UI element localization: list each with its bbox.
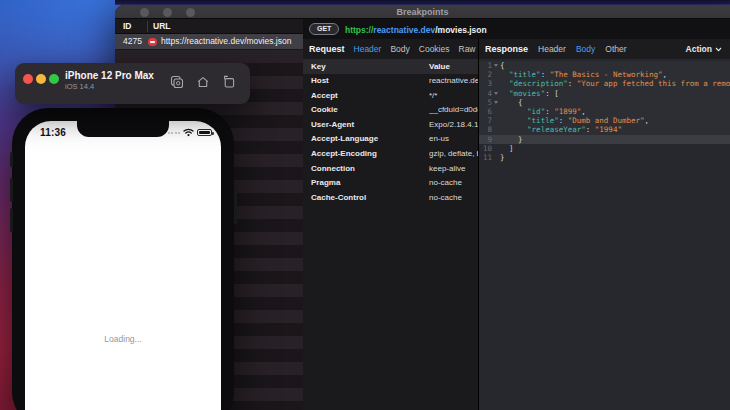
header-value: no-cache [429,176,478,191]
header-value: reactnative.dev [429,74,478,89]
iphone-frame: 11:36 Loading... [12,108,234,410]
line-number: 8 [479,125,492,134]
chevron-down-icon [715,47,722,52]
column-header-url[interactable]: URL [153,19,170,34]
request-list-row-selected[interactable]: 4275 https://reactnative.dev/movies.json [115,34,303,49]
power-button [234,188,237,224]
code-line[interactable]: 4 "movies": [ [479,89,730,98]
header-row[interactable]: Pragmano-cache [303,176,478,191]
header-key: Accept [311,89,338,104]
response-panel-title: Response [485,44,528,54]
zoom-button[interactable] [49,74,59,84]
iphone-screen[interactable]: 11:36 Loading... [25,121,221,410]
header-row[interactable]: Cache-Controlno-cache [303,191,478,206]
response-body-editor[interactable]: 1{2 "title": "The Basics - Networking",3… [479,59,730,410]
code-line[interactable]: 11} [479,153,730,162]
request-url: https://reactnative.dev/movies.json [161,34,291,49]
line-number: 9 [479,135,492,144]
request-tab-cookies[interactable]: Cookies [419,44,450,54]
header-value: keep-alive [429,162,478,177]
code-text: ] [500,144,514,153]
header-key: Cache-Control [311,191,366,206]
cellular-signal-icon [168,132,181,134]
fold-arrow-icon [492,135,500,144]
url-scheme: https:// [345,25,373,35]
close-button[interactable] [140,8,149,17]
screenshot-icon[interactable] [170,75,184,89]
fold-arrow-icon[interactable] [492,89,500,98]
fold-arrow-icon [492,153,500,162]
breakpoint-error-icon [148,38,157,47]
header-key: Host [311,74,329,89]
code-line[interactable]: 10 ] [479,144,730,153]
line-number: 7 [479,116,492,125]
fold-arrow-icon[interactable] [492,61,500,70]
request-panel-title: Request [309,44,345,54]
request-headers-rows: Hostreactnative.devAccept*/*Cookie__cfdu… [303,74,478,205]
header-row[interactable]: Accept*/* [303,89,478,104]
simulator-os-version: iOS 14.4 [65,82,154,91]
request-id: 4275 [123,34,142,49]
code-line[interactable]: 6 "id": "1899", [479,107,730,116]
line-number: 5 [479,98,492,107]
zoom-button[interactable] [186,8,195,17]
response-tab-body[interactable]: Body [576,44,595,54]
request-panel: Request HeaderBodyCookiesRaw+ Key Value … [303,39,478,410]
header-row[interactable]: Accept-Languageen-us [303,132,478,147]
line-number: 3 [479,79,492,88]
header-row[interactable]: Accept-Encodinggzip, deflate, b [303,147,478,162]
request-tab-body[interactable]: Body [390,44,409,54]
code-line[interactable]: 7 "title": "Dumb and Dumber", [479,116,730,125]
header-key: Accept-Language [311,132,378,147]
fold-arrow-icon[interactable] [492,98,500,107]
request-tab-raw[interactable]: Raw [459,44,476,54]
code-line[interactable]: 3 "description": "Your app fetched this … [479,79,730,88]
header-key: Cookie [311,103,338,118]
rotate-device-icon[interactable] [222,75,236,89]
header-row[interactable]: Connectionkeep-alive [303,162,478,177]
close-button[interactable] [23,74,33,84]
simulator-titlebar[interactable]: iPhone 12 Pro Max iOS 14.4 [15,63,250,104]
code-line[interactable]: 5 { [479,98,730,107]
request-full-url: https://reactnative.dev/movies.json [345,25,487,35]
code-text: "title": "Dumb and Dumber", [500,116,649,125]
column-header-id[interactable]: ID [123,19,132,34]
response-tab-header[interactable]: Header [538,44,566,54]
fold-arrow-icon [492,79,500,88]
code-line[interactable]: 9 } [479,135,730,144]
mute-switch [10,152,13,167]
minimize-button[interactable] [36,74,46,84]
response-tab-other[interactable]: Other [605,44,626,54]
header-key: User-Agent [311,118,354,133]
line-number: 6 [479,107,492,116]
code-line[interactable]: 8 "releaseYear": "1994" [479,125,730,134]
header-value: __cfduid=d0dc [429,103,478,118]
minimize-button[interactable] [163,8,172,17]
code-text: "description": "Your app fetched this fr… [500,79,730,88]
status-bar-time: 11:36 [40,127,66,138]
header-value: gzip, deflate, b [429,147,478,162]
loading-text: Loading... [25,334,221,344]
code-line[interactable]: 2 "title": "The Basics - Networking", [479,70,730,79]
header-row[interactable]: User-AgentExpo/2.18.4.10 [303,118,478,133]
header-key: Pragma [311,176,340,191]
volume-up-button [10,178,13,202]
header-row[interactable]: Hostreactnative.dev [303,74,478,89]
http-method-badge: GET [309,23,339,35]
url-path: /movies.json [435,25,487,35]
line-number: 11 [479,153,492,162]
home-icon[interactable] [196,75,210,89]
action-button[interactable]: Action [686,39,722,59]
request-list-header[interactable]: ID URL [115,19,303,34]
header-value: Expo/2.18.4.10 [429,118,478,133]
request-tab-header[interactable]: Header [354,44,382,54]
header-value: en-us [429,132,478,147]
breakpoints-titlebar[interactable]: Breakpoints [115,5,730,19]
header-row[interactable]: Cookie__cfduid=d0dc [303,103,478,118]
code-text: "movies": [ [500,89,559,98]
simulator-device-name: iPhone 12 Pro Max [65,70,154,81]
fold-arrow-icon [492,125,500,134]
code-line[interactable]: 1{ [479,61,730,70]
header-value: no-cache [429,191,478,206]
code-text: "id": "1899", [500,107,586,116]
